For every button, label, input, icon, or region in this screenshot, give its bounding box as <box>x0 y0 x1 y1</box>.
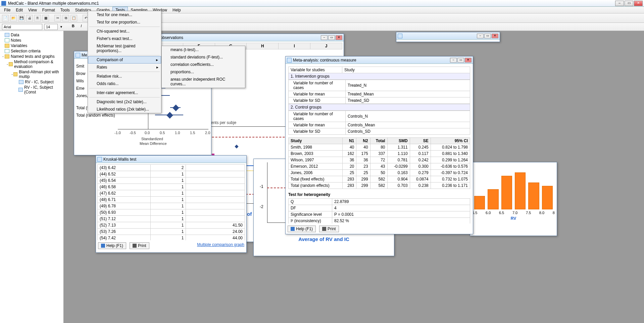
doc-icon <box>18 88 23 92</box>
bar <box>501 176 512 209</box>
menu-format[interactable]: Format <box>40 7 58 13</box>
menu-item[interactable]: Test for one proportion... <box>88 18 161 26</box>
min-icon[interactable]: – <box>450 58 457 63</box>
menu-item[interactable]: Fisher's exact test... <box>88 35 161 42</box>
copy2-icon[interactable]: ⧉ <box>62 15 69 22</box>
tree-node[interactable]: Data <box>1 32 62 38</box>
print-icon <box>133 244 137 248</box>
tree-node[interactable]: -Named tests and graphs <box>1 54 62 59</box>
page-icon <box>5 38 9 42</box>
menu-item[interactable]: Comparison of <box>88 56 161 64</box>
menu-help[interactable]: Help <box>170 7 184 13</box>
project-tree: DataNotesVariablesSelection criteria-Nam… <box>0 31 64 323</box>
print-button[interactable]: Print <box>130 242 149 249</box>
menu-item[interactable]: standard deviations (F-test)... <box>162 53 245 61</box>
tree-node[interactable]: Variables <box>1 43 62 48</box>
max-icon[interactable]: ▭ <box>484 34 491 38</box>
menu-item[interactable]: areas under independent ROC curves... <box>162 76 245 88</box>
menu-edit[interactable]: Edit <box>13 7 26 13</box>
italic-button[interactable]: I <box>78 24 84 30</box>
comparison-submenu: means (t-test)...standard deviations (F-… <box>161 46 245 88</box>
histogram-window: 5.56.06.57.07.58.08 RV <box>470 162 557 236</box>
bar <box>515 172 526 209</box>
max-icon[interactable]: ▭ <box>328 35 335 40</box>
doc-icon <box>76 53 80 57</box>
tree-node[interactable]: -Method comparison & evaluation <box>1 59 62 69</box>
menu-item[interactable]: Diagnostic test (2x2 table)... <box>88 98 161 106</box>
menu-item[interactable]: Odds ratio... <box>88 80 161 87</box>
min-icon[interactable]: – <box>477 34 484 38</box>
heterogeneity-header: Test for heterogeneity <box>288 192 470 197</box>
menu-item[interactable]: correlation coefficients... <box>162 61 245 68</box>
close-button[interactable]: ✕ <box>634 1 643 6</box>
app-titlebar: MedCalc - Bland Altman multiple observat… <box>0 0 644 7</box>
max-icon[interactable]: ▭ <box>457 58 464 63</box>
tree-node[interactable]: Notes <box>1 38 62 43</box>
window-title: Kruskal-Wallis test <box>103 157 245 162</box>
close-icon[interactable]: ✕ <box>465 58 472 63</box>
copy-icon[interactable]: ⎘ <box>34 15 41 22</box>
min-icon[interactable]: – <box>321 35 328 40</box>
x-axis-label: Average of RV and IC <box>254 236 394 242</box>
menu-item[interactable]: means (t-test)... <box>162 46 245 53</box>
x-axis <box>118 129 208 129</box>
help-icon <box>101 244 105 248</box>
bar <box>474 196 485 209</box>
restore-button[interactable]: ▭ <box>625 1 633 6</box>
help-button[interactable]: Help (F1) <box>288 226 316 232</box>
menu-file[interactable]: File <box>1 7 13 13</box>
help-button[interactable]: Help (F1) <box>98 242 126 249</box>
y-axis-line <box>267 162 267 223</box>
bold-button[interactable]: B <box>70 24 76 30</box>
tests-menu: Test for one mean...Test for one proport… <box>88 11 161 113</box>
doc-icon <box>97 157 102 162</box>
size-select[interactable] <box>44 24 58 30</box>
page-icon <box>5 49 9 53</box>
menu-item[interactable]: McNemar test (paired proportions)... <box>88 42 161 54</box>
cut-icon[interactable]: ✂ <box>54 15 61 22</box>
window-title: e observations <box>157 35 321 40</box>
tree-node[interactable]: Selection criteria <box>1 48 62 54</box>
data-point <box>235 145 238 148</box>
save-icon[interactable]: 💾 <box>18 15 25 22</box>
kruskal-wallis-window: Kruskal-Wallis test (43) 6.422(44) 6.521… <box>96 155 247 253</box>
multiple-comparison-link[interactable]: Multiple comparison graph <box>197 242 244 249</box>
help-icon <box>291 227 295 231</box>
close-icon[interactable]: ✕ <box>336 35 342 40</box>
app-title: MedCalc - Bland Altman multiple observat… <box>8 1 615 6</box>
menu-item[interactable]: Chi-squared test... <box>88 28 161 35</box>
grid-icon[interactable]: ▦ <box>42 15 49 22</box>
window-title: Meta-analysis: continuous measure <box>293 58 450 63</box>
menu-item[interactable]: Inter-rater agreement... <box>88 89 161 96</box>
new-icon[interactable]: 📄 <box>2 15 9 22</box>
app-icon <box>1 1 6 6</box>
tree-node[interactable]: -Bland-Altman plot with multip <box>1 69 62 79</box>
menu-item[interactable]: Relative risk... <box>88 73 161 80</box>
minimize-button[interactable]: – <box>615 1 624 6</box>
menu-view[interactable]: View <box>26 7 40 13</box>
font-select[interactable] <box>2 24 42 30</box>
paste-icon[interactable]: 📋 <box>70 15 77 22</box>
close-icon[interactable]: ✕ <box>492 34 498 38</box>
meta-analysis-window: Meta-analysis: continuous measure –▭✕ Va… <box>285 56 473 234</box>
folder-icon <box>9 62 13 66</box>
menu-tools[interactable]: Tools <box>58 7 72 13</box>
bar <box>488 189 498 209</box>
menu-item[interactable]: proportions... <box>162 68 245 76</box>
print-icon[interactable]: 🖨 <box>26 15 33 22</box>
print-button[interactable]: Print <box>319 226 339 232</box>
doc-icon <box>19 80 23 84</box>
doc-icon <box>398 34 402 38</box>
folder-icon <box>5 44 9 48</box>
x-axis-label: RV <box>472 216 555 221</box>
tree-node[interactable]: RV - IC, Subject (Const <box>1 85 62 95</box>
bg-window-1: –▭✕ <box>396 32 500 42</box>
doc-icon <box>287 58 292 63</box>
menu-item[interactable]: Rates <box>88 64 161 71</box>
tree-node[interactable]: RV - IC, Subject <box>1 79 62 85</box>
open-icon[interactable]: 📂 <box>10 15 17 22</box>
menu-item[interactable]: Test for one mean... <box>88 11 161 18</box>
bar <box>542 186 553 209</box>
menu-item[interactable]: Likelihood ratios (2xk table)... <box>88 106 161 113</box>
folder-icon <box>5 54 9 58</box>
